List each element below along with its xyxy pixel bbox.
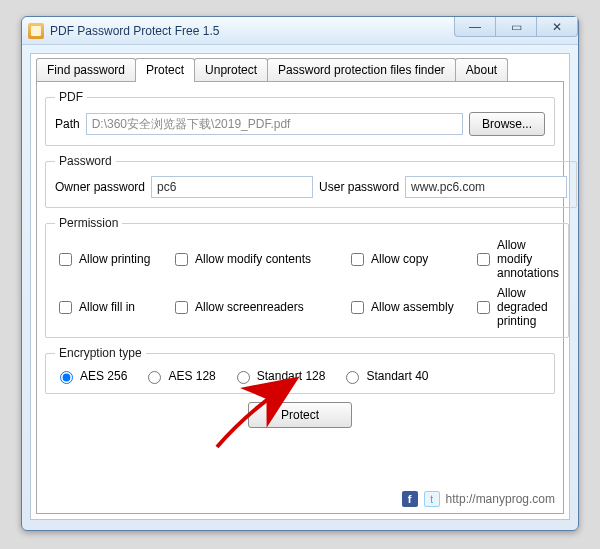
group-encryption: Encryption type AES 256 AES 128 Standart…	[45, 346, 555, 394]
chk-allow-degraded-printing[interactable]: Allow degraded printing	[473, 286, 559, 328]
app-icon	[28, 23, 44, 39]
radio-input-aes256[interactable]	[60, 371, 73, 384]
group-password: Password Owner password User password	[45, 154, 577, 208]
tab-finder[interactable]: Password protection files finder	[267, 58, 456, 81]
chk-allow-modify-annotations[interactable]: Allow modify annotations	[473, 238, 559, 280]
radio-standart40[interactable]: Standart 40	[341, 368, 428, 384]
minimize-button[interactable]: —	[454, 17, 496, 37]
protect-button[interactable]: Protect	[248, 402, 352, 428]
legend-pdf: PDF	[55, 90, 87, 104]
chk-allow-modify-contents[interactable]: Allow modify contents	[171, 238, 341, 280]
legend-permission: Permission	[55, 216, 122, 230]
tab-unprotect[interactable]: Unprotect	[194, 58, 268, 81]
legend-password: Password	[55, 154, 116, 168]
checkbox-allow-screenreaders[interactable]	[175, 301, 188, 314]
checkbox-allow-copy[interactable]	[351, 253, 364, 266]
window-title: PDF Password Protect Free 1.5	[50, 24, 219, 38]
checkbox-allow-printing[interactable]	[59, 253, 72, 266]
facebook-icon[interactable]: f	[402, 491, 418, 507]
path-input[interactable]	[86, 113, 463, 135]
footer-link[interactable]: http://manyprog.com	[446, 492, 555, 506]
tab-strip: Find password Protect Unprotect Password…	[31, 54, 569, 81]
label-user-password: User password	[319, 180, 399, 194]
close-button[interactable]: ✕	[536, 17, 578, 37]
window-controls: — ▭ ✕	[455, 17, 578, 37]
checkbox-allow-fill-in[interactable]	[59, 301, 72, 314]
user-password-input[interactable]	[405, 176, 567, 198]
radio-input-aes128[interactable]	[148, 371, 161, 384]
checkbox-allow-degraded-printing[interactable]	[477, 301, 490, 314]
tabpage-protect: PDF Path Browse... Password Owner passwo…	[36, 81, 564, 514]
maximize-button[interactable]: ▭	[495, 17, 537, 37]
checkbox-allow-assembly[interactable]	[351, 301, 364, 314]
checkbox-allow-modify-contents[interactable]	[175, 253, 188, 266]
radio-input-standart40[interactable]	[346, 371, 359, 384]
radio-aes128[interactable]: AES 128	[143, 368, 215, 384]
browse-button[interactable]: Browse...	[469, 112, 545, 136]
chk-allow-printing[interactable]: Allow printing	[55, 238, 165, 280]
chk-allow-copy[interactable]: Allow copy	[347, 238, 467, 280]
chk-allow-assembly[interactable]: Allow assembly	[347, 286, 467, 328]
footer: f t http://manyprog.com	[402, 491, 555, 507]
twitter-icon[interactable]: t	[424, 491, 440, 507]
checkbox-allow-modify-annotations[interactable]	[477, 253, 490, 266]
app-window: PDF Password Protect Free 1.5 — ▭ ✕ Find…	[21, 16, 579, 531]
tab-about[interactable]: About	[455, 58, 508, 81]
radio-standart128[interactable]: Standart 128	[232, 368, 326, 384]
legend-encryption: Encryption type	[55, 346, 146, 360]
label-owner-password: Owner password	[55, 180, 145, 194]
chk-allow-screenreaders[interactable]: Allow screenreaders	[171, 286, 341, 328]
tab-find-password[interactable]: Find password	[36, 58, 136, 81]
owner-password-input[interactable]	[151, 176, 313, 198]
radio-aes256[interactable]: AES 256	[55, 368, 127, 384]
client-area: Find password Protect Unprotect Password…	[30, 53, 570, 520]
chk-allow-fill-in[interactable]: Allow fill in	[55, 286, 165, 328]
titlebar[interactable]: PDF Password Protect Free 1.5 — ▭ ✕	[22, 17, 578, 45]
radio-input-standart128[interactable]	[237, 371, 250, 384]
tab-protect[interactable]: Protect	[135, 58, 195, 82]
group-permission: Permission Allow printing Allow modify c…	[45, 216, 569, 338]
label-path: Path	[55, 117, 80, 131]
group-pdf: PDF Path Browse...	[45, 90, 555, 146]
